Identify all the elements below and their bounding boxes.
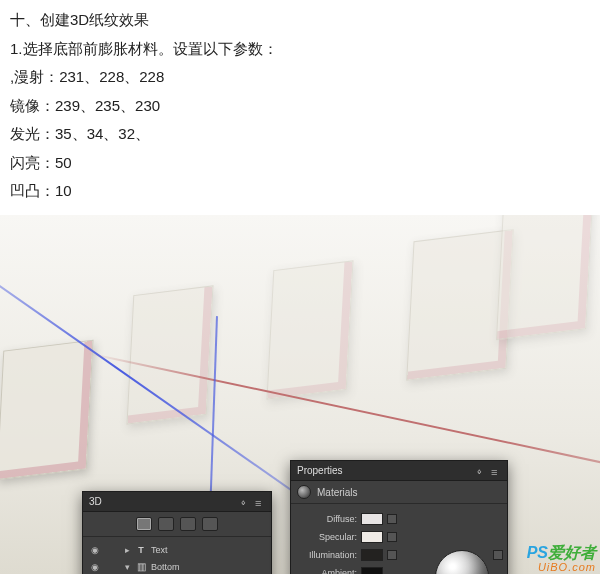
heading-line: 十、创建3D纸纹效果 (10, 6, 590, 35)
screenshot-illustration: 3D TextBottomBottom Front Inflation Mate… (0, 215, 600, 574)
diffuse-swatch[interactable] (361, 513, 383, 525)
3d-letter (0, 340, 94, 481)
specular-row: Specular: (299, 528, 499, 546)
filter-scene-button[interactable] (136, 517, 152, 531)
panel-3d[interactable]: 3D TextBottomBottom Front Inflation Mate… (82, 491, 272, 574)
filter-materials-button[interactable] (180, 517, 196, 531)
illumination-texture-picker[interactable] (387, 550, 397, 560)
panel-properties-header[interactable]: Properties (291, 461, 507, 481)
3d-letter (496, 215, 594, 340)
tree-item-label: Text (151, 545, 265, 555)
param-bump: 凹凸：10 (10, 177, 590, 206)
specular-swatch[interactable] (361, 531, 383, 543)
diffuse-label: Diffuse: (299, 514, 357, 524)
txt-icon (135, 545, 147, 555)
panel-3d-filter-toolbar (83, 512, 271, 537)
layer-tree[interactable]: TextBottomBottom Front Inflation Mate...… (83, 537, 271, 574)
disclosure-triangle-icon[interactable] (123, 544, 131, 555)
filter-mesh-button[interactable] (158, 517, 174, 531)
param-illumination: 发光：35、34、32、 (10, 120, 590, 149)
illumination-label: Illumination: (299, 550, 357, 560)
diffuse-texture-picker[interactable] (387, 514, 397, 524)
material-preset-picker[interactable] (493, 550, 503, 560)
illumination-swatch[interactable] (361, 549, 383, 561)
watermark: PS爱好者 UiBO.com (527, 543, 596, 573)
panel-properties-tab[interactable]: Properties (297, 465, 343, 476)
3d-letter (266, 260, 353, 399)
ambient-label: Ambient: (299, 568, 357, 574)
properties-body: Diffuse: Specular: Illumination: Ambient… (291, 504, 507, 574)
tree-item[interactable]: Bottom (83, 558, 271, 574)
materials-icon (297, 485, 311, 499)
visibility-eye-icon[interactable] (89, 561, 101, 572)
panel-3d-header[interactable]: 3D (83, 492, 271, 512)
properties-subtitle: Materials (317, 487, 358, 498)
panel-properties[interactable]: Properties Materials Diffuse: Specular: (290, 460, 508, 574)
tree-item[interactable]: Text (83, 541, 271, 558)
collapse-icon[interactable] (241, 497, 251, 507)
watermark-brand1: PS (527, 544, 548, 561)
tree-item-label: Bottom (151, 562, 265, 572)
visibility-eye-icon[interactable] (89, 544, 101, 555)
step-line: 1.选择底部前膨胀材料。设置以下参数： (10, 35, 590, 64)
panel-menu-icon[interactable] (491, 466, 501, 476)
watermark-brand2: 爱好者 (548, 544, 596, 561)
disclosure-triangle-icon[interactable] (123, 561, 131, 572)
watermark-domain: UiBO.com (527, 561, 596, 573)
diffuse-row: Diffuse: (299, 510, 499, 528)
specular-label: Specular: (299, 532, 357, 542)
mesh-icon (135, 562, 147, 572)
panel-3d-tab[interactable]: 3D (89, 496, 102, 507)
param-diffuse: ,漫射：231、228、228 (10, 63, 590, 92)
panel-menu-icon[interactable] (255, 497, 265, 507)
specular-texture-picker[interactable] (387, 532, 397, 542)
filter-lights-button[interactable] (202, 517, 218, 531)
properties-subheader: Materials (291, 481, 507, 504)
param-shine: 闪亮：50 (10, 149, 590, 178)
document-body: 十、创建3D纸纹效果 1.选择底部前膨胀材料。设置以下参数： ,漫射：231、2… (0, 0, 600, 206)
collapse-icon[interactable] (477, 466, 487, 476)
ambient-swatch[interactable] (361, 567, 383, 574)
param-specular: 镜像：239、235、230 (10, 92, 590, 121)
